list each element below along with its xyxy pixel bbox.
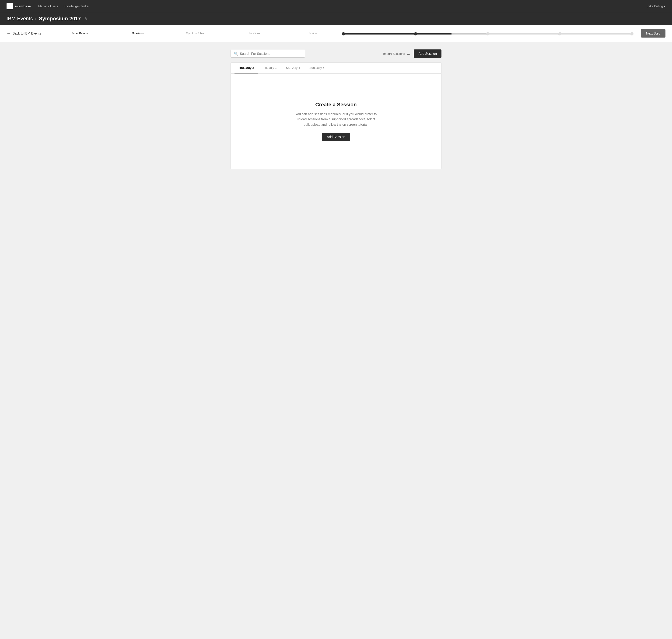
- next-step-button[interactable]: Next Step: [641, 29, 666, 37]
- step-labels: Event Details Sessions Speakers & More L…: [50, 32, 342, 34]
- tab-sat-july-4[interactable]: Sat, July 4: [282, 63, 304, 74]
- step-label-locations: Locations: [225, 32, 284, 34]
- step-label-sessions: Sessions: [109, 32, 167, 34]
- back-button[interactable]: ← Back to IBM Events: [6, 31, 41, 36]
- search-input[interactable]: [240, 52, 302, 56]
- sessions-toolbar: 🔍 Import Sessions ☁ Add Session: [231, 49, 441, 58]
- search-box: 🔍: [231, 50, 305, 58]
- logo-mark-text: ✦: [9, 5, 11, 8]
- progress-segment-1: [417, 33, 486, 34]
- top-nav: ✦ eventbase Manage Users Knowledge Centr…: [0, 0, 672, 12]
- step-node-4: [630, 32, 633, 35]
- back-label: Back to IBM Events: [13, 31, 41, 35]
- progress-segment-0: [345, 33, 414, 34]
- nav-manage-users[interactable]: Manage Users: [38, 4, 58, 8]
- step-node-1: [414, 32, 417, 35]
- tab-sun-july-5[interactable]: Sun, July 5: [306, 63, 328, 74]
- search-icon: 🔍: [234, 52, 238, 56]
- empty-state-title: Create a Session: [315, 102, 356, 108]
- logo-mark: ✦: [6, 3, 13, 9]
- logo-text: eventbase: [15, 4, 31, 8]
- step-node-2: [486, 32, 489, 35]
- breadcrumb-bar: IBM Events › Symposium 2017 ✎: [0, 12, 672, 25]
- breadcrumb-separator: ›: [35, 16, 36, 21]
- tab-fri-july-3[interactable]: Fri, July 3: [260, 63, 280, 74]
- import-label: Import Sessions: [383, 52, 405, 56]
- breadcrumb-parent[interactable]: IBM Events: [6, 16, 33, 22]
- date-tabs: Thu, July 2 Fri, July 3 Sat, July 4 Sun,…: [231, 63, 441, 74]
- step-label-event-details: Event Details: [50, 32, 109, 34]
- step-node-3: [558, 32, 561, 35]
- step-label-speakers: Speakers & More: [167, 32, 225, 34]
- sessions-panel: Thu, July 2 Fri, July 3 Sat, July 4 Sun,…: [231, 62, 441, 169]
- empty-state-description: You can add sessions manually, or if you…: [294, 111, 378, 127]
- wizard-bar: ← Back to IBM Events Event Details Sessi…: [0, 25, 672, 42]
- cloud-upload-icon: ☁: [406, 51, 410, 56]
- logo[interactable]: ✦ eventbase: [6, 3, 31, 9]
- top-nav-links: Manage Users Knowledge Centre: [38, 4, 647, 8]
- add-session-button-empty[interactable]: Add Session: [322, 133, 350, 141]
- user-menu[interactable]: Jake Buhrig ▾: [647, 4, 666, 8]
- breadcrumb-current: Symposium 2017: [39, 16, 81, 22]
- nav-knowledge-centre[interactable]: Knowledge Centre: [64, 4, 89, 8]
- toolbar-right: Import Sessions ☁ Add Session: [383, 49, 441, 58]
- main-content: 🔍 Import Sessions ☁ Add Session Thu, Jul…: [224, 42, 448, 177]
- wizard-steps: Event Details Sessions Speakers & More L…: [50, 31, 633, 35]
- progress-track: [342, 32, 633, 35]
- step-label-review: Review: [284, 32, 342, 34]
- back-arrow-icon: ←: [6, 31, 11, 36]
- add-session-button-top[interactable]: Add Session: [414, 49, 441, 58]
- edit-title-icon[interactable]: ✎: [85, 17, 88, 21]
- progress-segment-2: [489, 33, 558, 34]
- import-sessions-button[interactable]: Import Sessions ☁: [383, 51, 410, 56]
- empty-state: Create a Session You can add sessions ma…: [231, 74, 441, 169]
- progress-segment-3: [561, 33, 630, 34]
- tab-thu-july-2[interactable]: Thu, July 2: [234, 63, 258, 74]
- step-node-0: [342, 32, 345, 35]
